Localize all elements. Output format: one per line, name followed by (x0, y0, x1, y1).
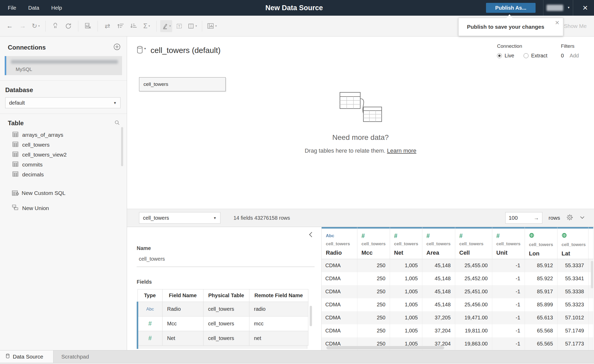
preview-table-select[interactable]: cell_towers ▼ (139, 212, 220, 224)
tooltip-close-icon[interactable]: × (555, 19, 559, 27)
live-radio[interactable]: Live (497, 53, 514, 59)
new-custom-sql-button[interactable]: New Custom SQL (5, 190, 127, 196)
chevron-down-icon[interactable] (579, 214, 585, 221)
toolbar-divider (156, 21, 157, 32)
clear-sheet-icon[interactable] (82, 20, 94, 32)
text-label-icon[interactable]: T (173, 20, 185, 32)
new-union-button[interactable]: New Union (5, 205, 127, 212)
grid-row[interactable]: CDMA2501,00545,14825,452.00-185.92255.33… (322, 272, 593, 285)
grid-cell: 85.922 (525, 272, 557, 285)
add-connection-icon[interactable] (113, 43, 121, 51)
learn-more-link[interactable]: Learn more (387, 147, 417, 154)
vertical-scrollbar[interactable] (591, 261, 593, 288)
remote-field-cell: mcc (249, 317, 308, 331)
user-menu-caret-icon[interactable]: ▾ (568, 5, 569, 9)
grid-cell: 250 (357, 285, 390, 298)
cell-borders-icon[interactable]: ▾ (186, 20, 198, 32)
grid-row[interactable]: CDMA2501,00545,14825,456.00-185.89955.33… (322, 298, 593, 311)
table-list-item[interactable]: decimals (5, 170, 127, 180)
menu-file[interactable]: File (8, 5, 16, 11)
tab-data-source[interactable]: Data Source (0, 350, 53, 363)
grid-column-header[interactable]: #cell_towersMcc (357, 227, 390, 259)
show-me-button[interactable]: Show Me (564, 16, 587, 37)
number-type-icon: # (148, 320, 152, 327)
show-viz-icon[interactable]: ▾ (206, 20, 218, 32)
grid-column-header[interactable]: #cell_towersCell (455, 227, 492, 259)
grid-column-header[interactable]: #cell_towersNet (390, 227, 422, 259)
extract-radio[interactable]: Extract (524, 53, 547, 59)
table-list-item[interactable]: cell_towers (5, 140, 127, 150)
caret-down-icon: ▾ (169, 24, 171, 28)
sort-ascending-icon[interactable] (115, 20, 127, 32)
field-row[interactable]: #Netcell_towersnet (137, 331, 308, 346)
table-name: cell_towers (22, 142, 50, 148)
grid-cell-clipped (588, 311, 593, 324)
menu-data[interactable]: Data (28, 5, 39, 11)
grid-row[interactable]: CDMA2501,00537,20519,471.00-165.61357.10… (322, 311, 593, 324)
logical-table-node[interactable]: cell_towers (139, 77, 226, 91)
remote-field-cell: radio (249, 302, 308, 317)
highlight-icon[interactable]: ▾ (160, 20, 172, 32)
caret-down-icon[interactable]: ▾ (144, 47, 146, 50)
menu-help[interactable]: Help (51, 5, 62, 11)
field-row[interactable]: AbcRadiocell_towersradio (137, 302, 308, 317)
grid-cell: 85.912 (525, 259, 557, 272)
grid-row[interactable]: CDMA2501,00545,14825,451.00-185.91755.33… (322, 285, 593, 298)
undo-icon[interactable]: ← (4, 20, 16, 32)
collapse-panel-icon[interactable] (309, 232, 314, 237)
grid-cell: 250 (357, 298, 390, 311)
publish-as-button[interactable]: Publish As... (486, 3, 536, 13)
column-name: Mcc (362, 249, 390, 256)
grid-cell: 19,811.00 (455, 324, 492, 337)
grid-column-header[interactable]: #cell_towersUnit (492, 227, 525, 259)
grid-column-header[interactable]: Abccell_towersRadio (322, 227, 357, 259)
grid-cell: 55.3337 (557, 259, 588, 272)
database-icon[interactable] (136, 46, 143, 55)
table-icon (13, 171, 18, 178)
pause-auto-updates-icon[interactable] (49, 20, 61, 32)
replay-icon[interactable]: ↻▾ (30, 20, 42, 32)
titlebar-divider (543, 0, 543, 16)
filters-group: Filters 0 Add (561, 43, 579, 59)
redo-icon[interactable]: → (17, 20, 29, 32)
filters-add-link[interactable]: Add (569, 53, 579, 59)
empty-state-title: Need more data? (277, 133, 444, 142)
grid-cell: 45,148 (422, 285, 455, 298)
sort-descending-icon[interactable] (128, 20, 140, 32)
grid-column-header[interactable]: cell_towersLon (525, 227, 557, 259)
data-grid: Abccell_towersRadio#cell_towersMcc#cell_… (322, 227, 594, 350)
grid-cell: 250 (357, 324, 390, 337)
gear-icon[interactable] (566, 214, 573, 222)
titlebar: File Data Help New Data Source Publish A… (0, 0, 594, 16)
fields-rows-summary: 14 fields 43276158 rows (233, 215, 290, 221)
grid-column-header[interactable]: cell_towersLat (557, 227, 588, 259)
grid-column-header[interactable]: #cell_towersArea (422, 227, 455, 259)
grid-row[interactable]: CDMA2501,00537,20419,811.00-165.56857.17… (322, 324, 593, 337)
window-close-button[interactable]: × (583, 2, 588, 14)
table-icon (13, 162, 18, 168)
run-update-icon[interactable] (62, 20, 74, 32)
grid-cell: CDMA (322, 311, 357, 324)
user-avatar[interactable] (547, 5, 563, 11)
search-icon[interactable] (114, 120, 120, 127)
table-list-item[interactable]: arrays_of_arrays (5, 130, 127, 140)
row-count-input[interactable]: 100 → (505, 212, 542, 224)
field-name-cell: Radio (162, 302, 203, 317)
totals-icon[interactable]: Σ▾ (141, 20, 153, 32)
table-list-item[interactable]: commits (5, 160, 127, 170)
connection-item[interactable]: MySQL (5, 56, 122, 75)
apply-arrow-icon[interactable]: → (534, 215, 539, 221)
tab-scratchpad[interactable]: Scratchpad (53, 350, 116, 363)
swap-rows-columns-icon[interactable]: ⇄ (101, 20, 113, 32)
grid-row[interactable]: CDMA2501,00545,14825,455.00-185.91255.33… (322, 259, 593, 272)
fields-scrollbar[interactable] (310, 306, 312, 326)
grid-cell: CDMA (322, 298, 357, 311)
grid-cell: 55.3323 (557, 298, 588, 311)
horizontal-scrollbar[interactable] (326, 346, 444, 349)
sidebar-scrollbar[interactable] (121, 127, 123, 166)
table-list-item[interactable]: cell_towers_view2 (5, 150, 127, 160)
field-row[interactable]: #Mcccell_towersmcc (137, 317, 308, 331)
database-select[interactable]: default ▼ (5, 97, 121, 108)
radio-unselected-icon (524, 53, 529, 58)
name-input[interactable]: cell_towers (137, 256, 315, 267)
